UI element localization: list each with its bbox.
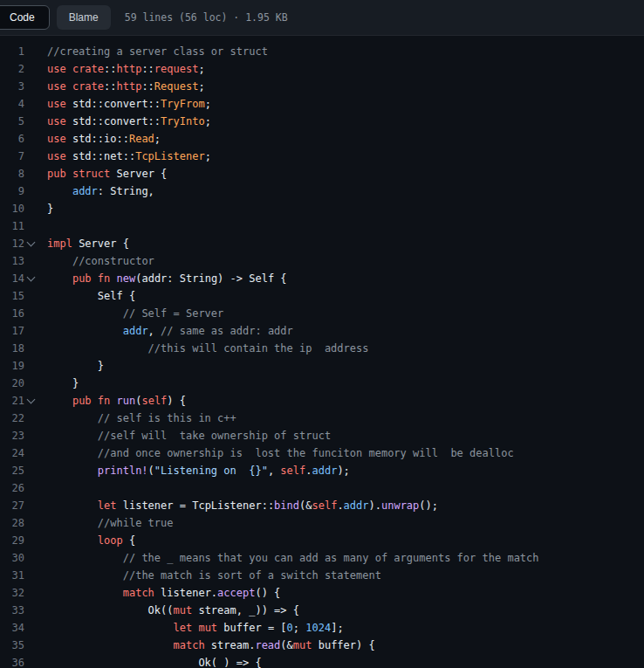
line-number[interactable]: 35	[0, 637, 24, 654]
code-line: 3use crate::http::Request;	[0, 78, 644, 95]
fold-chevron-icon[interactable]	[24, 392, 47, 410]
code-text: // self is this in c++	[47, 410, 236, 427]
line-number[interactable]: 28	[0, 514, 24, 532]
line-number[interactable]: 23	[0, 427, 24, 444]
code-text: Ok((mut stream, _)) => {	[47, 602, 299, 619]
fold-spacer	[24, 130, 47, 148]
code-text: impl Server {	[47, 235, 129, 252]
line-number[interactable]: 11	[0, 217, 24, 235]
code-text: pub struct Server {	[47, 165, 167, 182]
fold-spacer	[24, 654, 47, 668]
code-line: 15 Self {	[0, 287, 644, 305]
line-number[interactable]: 17	[0, 322, 24, 340]
fold-spacer	[24, 567, 47, 584]
code-line: 22 // self is this in c++	[0, 410, 644, 427]
code-line: 30 // the _ means that you can add as ma…	[0, 549, 644, 567]
code-text: //constructor	[47, 252, 154, 270]
line-number[interactable]: 19	[0, 357, 24, 375]
code-text: // the _ means that you can add as many …	[47, 549, 539, 567]
code-line: 12impl Server {	[0, 235, 644, 252]
fold-spacer	[24, 637, 47, 654]
fold-spacer	[24, 584, 47, 602]
line-number[interactable]: 33	[0, 602, 24, 619]
tab-code[interactable]: Code	[0, 5, 50, 30]
line-number[interactable]: 21	[0, 392, 24, 410]
line-number[interactable]: 34	[0, 619, 24, 637]
fold-spacer	[24, 78, 47, 95]
line-number[interactable]: 5	[0, 113, 24, 130]
line-number[interactable]: 8	[0, 165, 24, 182]
code-line: 14 pub fn new(addr: String) -> Self {	[0, 270, 644, 287]
code-text: //self will take ownership of struct	[47, 427, 331, 444]
line-number[interactable]: 22	[0, 410, 24, 427]
line-number[interactable]: 30	[0, 549, 24, 567]
code-text: //this will contain the ip address	[47, 340, 368, 357]
code-text: // Self = Server	[47, 305, 223, 322]
line-number[interactable]: 14	[0, 270, 24, 287]
fold-spacer	[24, 549, 47, 567]
line-number[interactable]: 18	[0, 340, 24, 357]
line-number[interactable]: 16	[0, 305, 24, 322]
line-number[interactable]: 1	[0, 43, 24, 60]
code-line: 4use std::convert::TryFrom;	[0, 95, 644, 113]
line-number[interactable]: 25	[0, 462, 24, 479]
code-text: //the match is sort of a switch statemen…	[47, 567, 381, 584]
fold-spacer	[24, 602, 47, 619]
code-text: pub fn new(addr: String) -> Self {	[47, 270, 287, 287]
line-number[interactable]: 36	[0, 654, 24, 668]
line-number[interactable]: 2	[0, 60, 24, 78]
line-number[interactable]: 6	[0, 130, 24, 148]
line-number[interactable]: 15	[0, 287, 24, 305]
code-line: 25 println!("Listening on {}", self.addr…	[0, 462, 644, 479]
code-line: 13 //constructor	[0, 252, 644, 270]
code-text: use std::io::Read;	[47, 130, 161, 148]
code-text: //and once ownership is lost the funcito…	[47, 444, 514, 462]
line-number[interactable]: 3	[0, 78, 24, 95]
line-number[interactable]: 26	[0, 479, 24, 497]
fold-spacer	[24, 444, 47, 462]
fold-spacer	[24, 148, 47, 165]
code-line: 31 //the match is sort of a switch state…	[0, 567, 644, 584]
code-line: 5use std::convert::TryInto;	[0, 113, 644, 130]
code-line: 18 //this will contain the ip address	[0, 340, 644, 357]
code-text: Self {	[47, 287, 135, 305]
line-number[interactable]: 24	[0, 444, 24, 462]
code-text: pub fn run(self) {	[47, 392, 186, 410]
line-number[interactable]: 20	[0, 375, 24, 392]
code-lines: 1//creating a server class or struct2use…	[0, 43, 644, 668]
fold-chevron-icon[interactable]	[24, 235, 47, 252]
code-line: 19 }	[0, 357, 644, 375]
fold-chevron-icon[interactable]	[24, 270, 47, 287]
line-number[interactable]: 27	[0, 497, 24, 514]
code-line: 34 let mut buffer = [0; 1024];	[0, 619, 644, 637]
line-number[interactable]: 13	[0, 252, 24, 270]
line-number[interactable]: 9	[0, 182, 24, 200]
line-number[interactable]: 10	[0, 200, 24, 217]
code-line: 20 }	[0, 375, 644, 392]
fold-spacer	[24, 200, 47, 217]
line-number[interactable]: 32	[0, 584, 24, 602]
file-header: Code Blame 59 lines (56 loc) · 1.95 KB	[0, 0, 644, 36]
fold-spacer	[24, 43, 47, 60]
fold-spacer	[24, 497, 47, 514]
code-text: let listener = TcpListener::bind(&self.a…	[47, 497, 438, 514]
fold-spacer	[24, 340, 47, 357]
code-line: 11	[0, 217, 644, 235]
code-line: 17 addr, // same as addr: addr	[0, 322, 644, 340]
line-number[interactable]: 4	[0, 95, 24, 113]
line-number[interactable]: 31	[0, 567, 24, 584]
line-number[interactable]: 29	[0, 532, 24, 549]
tab-blame[interactable]: Blame	[57, 5, 111, 30]
code-line: 24 //and once ownership is lost the func…	[0, 444, 644, 462]
code-line: 27 let listener = TcpListener::bind(&sel…	[0, 497, 644, 514]
fold-spacer	[24, 287, 47, 305]
code-text: }	[47, 200, 53, 217]
fold-spacer	[24, 532, 47, 549]
fold-spacer	[24, 95, 47, 113]
line-number[interactable]: 12	[0, 235, 24, 252]
code-line: 33 Ok((mut stream, _)) => {	[0, 602, 644, 619]
code-line: 9 addr: String,	[0, 182, 644, 200]
code-text: println!("Listening on {}", self.addr);	[47, 462, 350, 479]
line-number[interactable]: 7	[0, 148, 24, 165]
code-line: 36 Ok(_) => {	[0, 654, 644, 668]
